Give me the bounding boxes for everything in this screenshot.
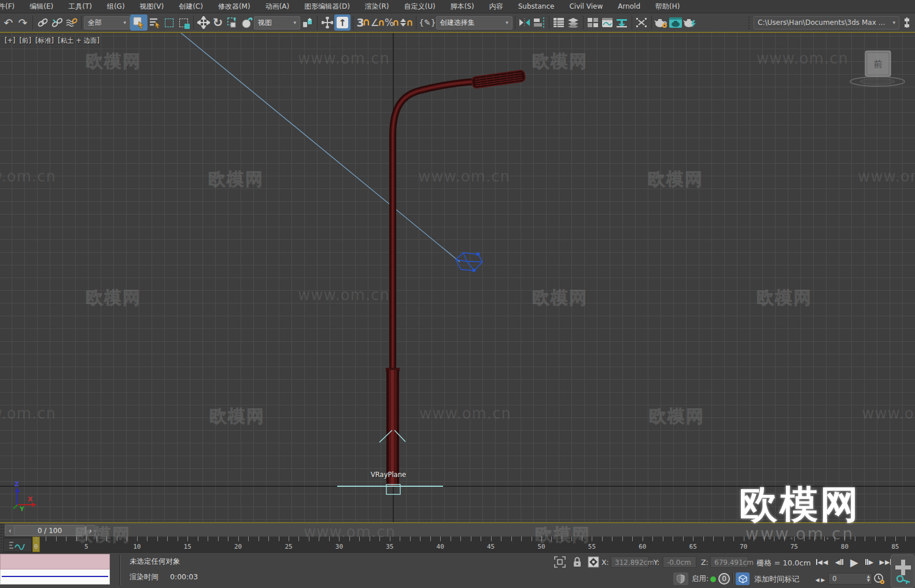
menu-views[interactable]: 视图(V) [132, 0, 172, 13]
use-pivot-point-center-button[interactable] [300, 16, 315, 30]
scene-security-shield-button[interactable] [673, 572, 688, 585]
menu-edit[interactable]: 编辑(E) [22, 0, 61, 13]
add-time-tag-button[interactable]: 添加时间标记 [754, 574, 799, 585]
frame-tick [349, 537, 350, 541]
reference-coordinate-dropdown[interactable]: 视图 ▾ [254, 16, 300, 29]
undo-icon[interactable]: ↶ [1, 16, 16, 30]
project-folder-path: C:\Users\Han\Documents\3ds Max 2022 [758, 19, 888, 27]
time-slider-handle[interactable]: 0 / 100 [14, 525, 86, 536]
frame-tick [683, 537, 684, 541]
mirror-button[interactable] [518, 16, 532, 30]
spinner-snap-toggle[interactable] [399, 16, 414, 30]
select-and-scale-button[interactable] [225, 16, 239, 30]
edit-named-selection-sets-button[interactable]: {✎} [419, 16, 436, 30]
add-key-button[interactable] [891, 554, 914, 588]
time-tag-cube-button[interactable] [736, 572, 750, 585]
select-and-link-icon[interactable] [35, 16, 50, 30]
open-explorer-import-button[interactable] [615, 16, 629, 30]
select-and-manipulate-button[interactable] [320, 16, 334, 30]
time-slider-next-arrow[interactable]: › [86, 525, 95, 536]
select-and-rotate-button[interactable]: ↻ [211, 16, 225, 30]
security-alerts-count[interactable]: 0 [718, 573, 730, 585]
window-crossing-toggle[interactable] [176, 16, 191, 30]
viewport-front[interactable]: X Z Y 前 [+][前][标准][粘土 + 边面] VRayPlane [0, 33, 915, 522]
key-mode-toggle[interactable]: ◀ ▶ [813, 574, 827, 586]
select-object-button[interactable] [130, 14, 147, 31]
next-frame-button[interactable]: ▶ [862, 556, 877, 568]
render-setup-button[interactable] [654, 16, 669, 30]
viewcube[interactable]: 前 [850, 51, 905, 86]
redo-icon[interactable]: ↷ [16, 16, 30, 30]
listener-pane[interactable] [0, 569, 110, 585]
previous-frame-button[interactable]: ◀ [832, 556, 847, 568]
mini-curve-editor-button[interactable] [3, 538, 32, 552]
track-bar[interactable]: 0510152025303540455055606570758085 [0, 537, 915, 552]
menu-scripting[interactable]: 脚本(S) [443, 0, 482, 13]
grid-size-label: 栅格 = 10.0cm [757, 558, 811, 568]
absolute-mode-transform-toggle[interactable] [586, 555, 600, 569]
viewport-pov[interactable]: [前] [20, 36, 31, 45]
y-coord-field[interactable]: -0.0cm [663, 556, 696, 568]
menu-group[interactable]: 组(G) [99, 0, 132, 13]
x-coord-field[interactable]: 312.892cm [611, 556, 649, 568]
select-and-place-button[interactable] [239, 16, 254, 30]
menu-content[interactable]: 内容 [482, 0, 511, 13]
toolbar-grip[interactable] [748, 16, 751, 29]
menu-substance[interactable]: Substance [511, 0, 562, 13]
percent-snap-toggle[interactable]: % [385, 16, 399, 30]
frame-tick [602, 537, 603, 541]
bind-to-space-warp-icon[interactable] [64, 16, 79, 30]
align-button[interactable] [532, 16, 547, 30]
time-configuration-button[interactable] [872, 572, 886, 586]
toggle-layer-explorer-button[interactable] [566, 16, 581, 30]
frame-tick [571, 537, 572, 541]
z-coord-field[interactable]: 679.491cm [710, 556, 748, 568]
light-gizmo[interactable] [456, 253, 482, 272]
viewport-general-menu[interactable]: [+] [5, 36, 16, 45]
angle-snap-toggle[interactable]: ∠ [370, 16, 385, 30]
current-frame-field[interactable]: 0 ▲▼ [828, 573, 872, 585]
frame-tick [501, 537, 501, 541]
play-button[interactable]: ▶ [848, 556, 861, 568]
go-to-start-button[interactable]: ◀◀ [814, 556, 829, 568]
isolate-selection-dots-icon[interactable] [634, 16, 649, 30]
menu-graph-editors[interactable]: 图形编辑器(D) [297, 0, 357, 13]
unlink-selection-icon[interactable] [50, 16, 64, 30]
menu-tools[interactable]: 工具(T) [61, 0, 99, 13]
isolate-selection-toggle[interactable] [553, 555, 567, 569]
toggle-ribbon-button[interactable] [586, 16, 600, 30]
project-folder-dropdown[interactable]: C:\Users\Han\Documents\3ds Max 2022 ▾ [754, 16, 899, 29]
curve-editor-button[interactable] [600, 16, 615, 30]
select-and-move-button[interactable] [196, 16, 211, 30]
menu-civil-view[interactable]: Civil View [562, 0, 610, 13]
menu-create[interactable]: 创建(C) [171, 0, 211, 13]
rectangular-selection-region-button[interactable] [162, 16, 176, 30]
select-by-name-button[interactable] [147, 16, 162, 30]
menu-arnold[interactable]: Arnold [610, 0, 648, 13]
menu-help[interactable]: 帮助(H) [648, 0, 687, 13]
workspace-icon[interactable] [899, 16, 914, 30]
viewport-shading-mode[interactable]: [粘土 + 边面] [58, 36, 99, 45]
snaps-toggle-3d[interactable]: 3 [356, 16, 370, 30]
named-selection-sets-dropdown[interactable]: 创建选择集 ▾ [436, 16, 512, 29]
menu-modifiers[interactable]: 修改器(M) [211, 0, 258, 13]
macro-recorder-pane[interactable] [0, 554, 110, 569]
rendered-frame-window-button[interactable] [669, 16, 683, 30]
keyboard-shortcut-override-toggle[interactable]: ↑ [334, 14, 350, 31]
time-slider-track[interactable]: ‹ 0 / 100 › [0, 523, 915, 537]
menu-customize[interactable]: 自定义(U) [397, 0, 443, 13]
frame-spinner[interactable]: ▲▼ [865, 575, 872, 583]
toggle-scene-explorer-button[interactable] [552, 16, 566, 30]
menu-file[interactable]: 文件(F) [0, 0, 22, 13]
maxscript-mini-listener[interactable] [0, 554, 110, 587]
menu-rendering[interactable]: 渲染(R) [357, 0, 397, 13]
render-production-button[interactable] [683, 16, 698, 30]
selection-filter-dropdown[interactable]: 全部 ▾ [84, 16, 130, 29]
frame-tick [410, 537, 411, 541]
selection-lock-toggle[interactable] [570, 555, 584, 569]
street-lamp-model[interactable] [386, 70, 526, 486]
menu-animation[interactable]: 动画(A) [258, 0, 297, 13]
frame-tick [693, 537, 693, 541]
viewport-shading-standard[interactable]: [标准] [35, 36, 54, 45]
security-enabled-indicator [710, 576, 716, 582]
